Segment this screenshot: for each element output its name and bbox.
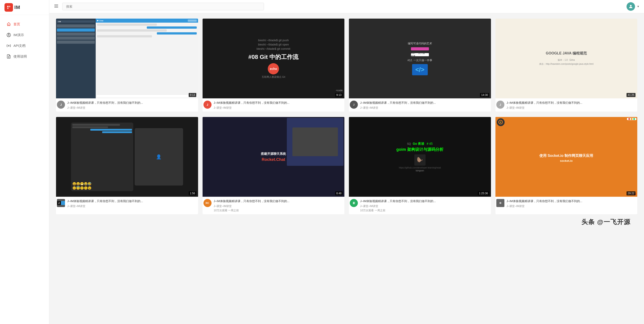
video-channel-6: J–课堂–IM讲堂 <box>214 204 344 208</box>
video-meta-7: J–IM体验视频精讲课，只有你想不到，没有我们做不到的... J–课堂–IM讲堂… <box>360 199 490 212</box>
video-title-8: J–IM体验视频精讲课，只有你想不到，没有我们做不到的... <box>507 199 636 204</box>
video-meta-2: J–IM体验视频精讲课，只有你想不到，没有我们做不到的... J–课堂–IM讲堂 <box>214 100 344 110</box>
video-title-7: J–IM体验视频精讲课，只有你想不到，没有我们做不到的... <box>360 199 490 204</box>
file-icon <box>6 54 11 59</box>
video-title-1: J–IM体验视频精讲课，只有你想不到，没有我们做不到的... <box>67 100 197 105</box>
video-meta-1: J–IM体验视频精讲课，只有你想不到，没有我们做不到的... J–课堂–IM讲堂 <box>67 100 197 110</box>
channel-avatar-3: J <box>350 100 358 109</box>
video-title-4: J–IM体验视频精讲课，只有你想不到，没有我们做不到的... <box>507 100 636 105</box>
video-title-6: J–IM体验视频精讲课，只有你想不到，没有我们做不到的... <box>214 199 344 204</box>
video-thumb-7: SQ Go 夜读 ＃45 goim 架构设计与源码分析 🦫 https://gi… <box>349 117 491 197</box>
sidebar-item-api-docs[interactable]: API文档 <box>2 40 47 51</box>
video-duration-5: 1:56 <box>189 191 196 196</box>
channel-avatar-4: J <box>496 100 504 109</box>
video-info-4: J J–IM体验视频精讲课，只有你想不到，没有我们做不到的... J–课堂–IM… <box>496 98 638 112</box>
home-icon <box>6 22 11 27</box>
video-channel-8: J–课堂–IM讲堂 <box>507 204 636 208</box>
video-meta-6: J–IM体验视频精讲课，只有你想不到，没有我们做不到的... J–课堂–IM讲堂… <box>214 199 344 212</box>
nav-menu: 首页 IM演示 API文档 <box>0 15 49 66</box>
video-info-6: RC J–IM体验视频精讲课，只有你想不到，没有我们做不到的... J–课堂–I… <box>202 197 345 214</box>
video-thumb-4: GOOGLE JAVA 编程规范 版本：1.0 · Edna 来自：http:/… <box>496 18 638 98</box>
search-input[interactable] <box>62 3 264 10</box>
video-card-3[interactable]: 编写可读代码的艺术 #12. 一次只做一件事 #12. 一次只做一件事 </> … <box>349 18 491 112</box>
logo-area: IM <box>0 0 49 15</box>
video-duration-3: 14:30 <box>480 93 489 97</box>
search-box <box>62 3 264 10</box>
channel-avatar-8: ⚙ <box>496 199 504 207</box>
svg-point-1 <box>8 34 10 35</box>
video-info-3: J J–IM体验视频精讲课，只有你想不到，没有我们做不到的... J–课堂–IM… <box>349 98 491 112</box>
video-channel-1: J–课堂–IM讲堂 <box>67 106 197 110</box>
sidebar-item-home[interactable]: 首页 <box>2 19 47 29</box>
video-channel-2: J–课堂–IM讲堂 <box>214 106 344 110</box>
video-card-8[interactable]: ⚡ 使用 Socket.io 制作网页聊天应用 socket.io PAR <box>496 117 638 214</box>
video-meta-4: J–IM体验视频精讲课，只有你想不到，没有我们做不到的... J–课堂–IM讲堂 <box>507 100 636 110</box>
video-info-2: J J–IM体验视频精讲课，只有你想不到，没有我们做不到的... J–课堂–IM… <box>202 98 345 112</box>
channel-avatar-1: J <box>57 100 65 109</box>
video-title-5: J–IM体验视频精讲课，只有你想不到，没有我们做不到的... <box>67 199 197 204</box>
video-duration-7: 1:25:36 <box>478 191 489 196</box>
watermark: 头条 @一飞开源 <box>56 214 637 231</box>
video-thumb-2: bieshi:~/blade$ git push bieshi:~/blade$… <box>202 18 345 98</box>
svg-point-2 <box>8 45 10 46</box>
video-channel-3: J–课堂–IM讲堂 <box>360 106 490 110</box>
svg-point-8 <box>630 5 632 6</box>
main-content: ▼ J IM <box>49 0 644 324</box>
avatar-dropdown-arrow[interactable]: ▼ <box>637 5 640 8</box>
video-channel-7: J–课堂–IM讲堂 <box>360 204 490 208</box>
monitor-icon <box>6 32 11 38</box>
video-duration-8: 29:22 <box>626 191 636 196</box>
video-title-3: J–IM体验视频精讲课，只有你想不到，没有我们做不到的... <box>360 100 490 105</box>
video-content: J IM Chat <box>49 13 644 324</box>
settings-icon <box>6 43 11 48</box>
video-thumb-8: ⚡ 使用 Socket.io 制作网页聊天应用 socket.io PAR <box>496 117 638 197</box>
channel-avatar-7: 新 <box>350 199 358 207</box>
sidebar-item-api-docs-label: API文档 <box>14 44 26 48</box>
video-thumb-5: 😀😄😁😂🤣 😊😇🙂🙃😉 👤 1:56 <box>56 117 198 197</box>
topbar: ▼ <box>49 0 644 13</box>
video-info-1: J J–IM体验视频精讲课，只有你想不到，没有我们做不到的... J–课堂–IM… <box>56 98 198 112</box>
video-channel-5: J–课堂–IM讲堂 <box>67 204 197 208</box>
logo-icon <box>4 3 13 12</box>
video-thumb-3: 编写可读代码的艺术 #12. 一次只做一件事 #12. 一次只做一件事 </> … <box>349 18 491 98</box>
sidebar-item-usage-label: 使用说明 <box>14 54 27 59</box>
video-stats-6: 10万次观看 一周之前 <box>214 208 344 212</box>
channel-avatar-6: RC <box>204 199 212 207</box>
topbar-right: ▼ <box>626 2 640 11</box>
video-card-4[interactable]: GOOGLE JAVA 编程规范 版本：1.0 · Edna 来自：http:/… <box>496 18 638 112</box>
video-duration-4: 41:25 <box>626 93 636 97</box>
video-stats-7: 10万次观看 一周之前 <box>360 208 490 212</box>
video-duration-6: 8:48 <box>335 191 342 196</box>
video-card-7[interactable]: SQ Go 夜读 ＃45 goim 架构设计与源码分析 🦫 https://gi… <box>349 117 491 214</box>
video-grid: J IM Chat <box>56 18 637 214</box>
sidebar: IM 首页 IM演示 <box>0 0 49 324</box>
video-duration-2: 9:13 <box>335 93 342 97</box>
video-info-8: ⚙ J–IM体验视频精讲课，只有你想不到，没有我们做不到的... J–课堂–IM… <box>496 197 638 210</box>
video-info-5: J J–IM体验视频精讲课，只有你想不到，没有我们做不到的... J–课堂–IM… <box>56 197 198 210</box>
logo-text: IM <box>14 4 20 10</box>
video-thumb-1: J IM Chat <box>56 18 198 98</box>
video-title-2: J–IM体验视频精讲课，只有你想不到，没有我们做不到的... <box>214 100 344 105</box>
video-card-6[interactable]: 搭建开源聊天系统 Rocket.Chat 8:48 RC J–IM体验视频精讲课… <box>202 117 345 214</box>
video-card-1[interactable]: J IM Chat <box>56 18 198 112</box>
sidebar-item-home-label: 首页 <box>14 22 20 26</box>
video-card-5[interactable]: 😀😄😁😂🤣 😊😇🙂🙃😉 👤 1:56 <box>56 117 198 214</box>
channel-avatar-5: J <box>57 199 65 207</box>
sidebar-item-im-demo-label: IM演示 <box>14 33 24 37</box>
video-card-2[interactable]: bieshi:~/blade$ git push bieshi:~/blade$… <box>202 18 345 112</box>
channel-avatar-2: J <box>204 100 212 109</box>
video-channel-4: J–课堂–IM讲堂 <box>507 106 636 110</box>
video-meta-3: J–IM体验视频精讲课，只有你想不到，没有我们做不到的... J–课堂–IM讲堂 <box>360 100 490 110</box>
video-meta-8: J–IM体验视频精讲课，只有你想不到，没有我们做不到的... J–课堂–IM讲堂 <box>507 199 636 208</box>
video-meta-5: J–IM体验视频精讲课，只有你想不到，没有我们做不到的... J–课堂–IM讲堂 <box>67 199 197 208</box>
sidebar-item-usage[interactable]: 使用说明 <box>2 51 47 62</box>
sidebar-item-im-demo[interactable]: IM演示 <box>2 30 47 40</box>
video-duration-1: 9:13 <box>189 93 196 97</box>
menu-toggle-icon[interactable] <box>54 4 59 10</box>
user-avatar[interactable] <box>626 2 635 11</box>
video-info-7: 新 J–IM体验视频精讲课，只有你想不到，没有我们做不到的... J–课堂–IM… <box>349 197 491 214</box>
video-thumb-6: 搭建开源聊天系统 Rocket.Chat 8:48 <box>202 117 345 197</box>
